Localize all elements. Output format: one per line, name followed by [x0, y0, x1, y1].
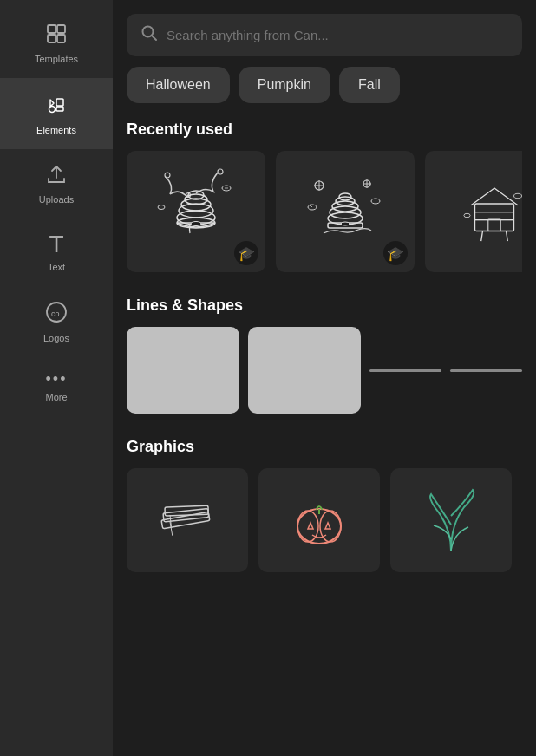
svg-rect-44 — [488, 219, 500, 231]
graphic-item-2[interactable] — [258, 468, 380, 572]
sidebar-label-more: More — [45, 392, 67, 402]
sidebar-label-logos: Logos — [43, 333, 69, 343]
graphics-title: Graphics — [127, 438, 522, 456]
shape-box-2[interactable] — [248, 327, 361, 414]
sidebar-label-elements: Elements — [36, 125, 76, 135]
svg-point-48 — [464, 213, 470, 218]
recent-item-3[interactable] — [425, 151, 522, 272]
content-scroll: Recently used — [113, 117, 536, 756]
svg-point-11 — [165, 173, 170, 178]
svg-line-32 — [310, 205, 312, 207]
graphic-item-1[interactable] — [127, 468, 248, 572]
uploads-icon — [45, 163, 68, 189]
svg-point-33 — [371, 199, 380, 204]
badge-1: 🎓 — [234, 241, 258, 265]
svg-point-24 — [191, 222, 201, 226]
svg-point-16 — [158, 205, 165, 210]
logos-icon: co. — [44, 300, 69, 328]
sidebar-item-more[interactable]: ••• More — [0, 357, 113, 416]
sidebar-item-templates[interactable]: Templates — [0, 9, 113, 78]
shape-line-2[interactable] — [450, 369, 522, 372]
sidebar-item-text[interactable]: T Text — [0, 218, 113, 286]
svg-marker-58 — [308, 523, 313, 529]
svg-text:co.: co. — [51, 310, 62, 318]
svg-line-45 — [481, 231, 483, 242]
badge-2: 🎓 — [383, 241, 408, 265]
lines-shapes-title: Lines & Shapes — [127, 297, 522, 315]
more-icon: ••• — [46, 371, 68, 387]
text-icon: T — [49, 232, 63, 257]
search-input[interactable] — [167, 28, 508, 42]
pill-halloween[interactable]: Halloween — [127, 67, 230, 103]
svg-rect-6 — [56, 107, 63, 111]
elements-icon — [44, 92, 69, 120]
graphics-row — [127, 468, 522, 572]
svg-point-5 — [49, 107, 56, 113]
category-pills: Halloween Pumpkin Fall — [113, 67, 536, 117]
recent-item-2[interactable]: 🎓 — [276, 151, 415, 272]
recently-used-row: 🎓 — [127, 151, 522, 272]
shape-line-1[interactable] — [369, 369, 441, 372]
svg-point-12 — [218, 169, 223, 174]
shapes-row — [127, 327, 522, 414]
svg-rect-4 — [56, 99, 63, 106]
recently-used-title: Recently used — [127, 121, 522, 139]
sidebar: Templates Elements Uploads T Text — [0, 0, 113, 756]
sidebar-item-elements[interactable]: Elements — [0, 78, 113, 149]
svg-point-40 — [341, 222, 350, 225]
sidebar-item-uploads[interactable]: Uploads — [0, 149, 113, 218]
templates-icon — [45, 23, 68, 49]
svg-line-46 — [507, 231, 508, 242]
search-bar — [127, 14, 522, 56]
hive-illustration-3 — [425, 151, 522, 272]
pill-fall[interactable]: Fall — [339, 67, 400, 103]
sidebar-label-text: Text — [48, 262, 65, 272]
svg-point-47 — [514, 193, 522, 198]
sidebar-item-logos[interactable]: co. Logos — [0, 286, 113, 357]
shape-box-1[interactable] — [127, 327, 239, 414]
svg-line-10 — [152, 36, 156, 40]
graphic-item-3[interactable] — [390, 468, 512, 572]
sidebar-label-templates: Templates — [35, 54, 78, 64]
svg-marker-59 — [325, 523, 330, 529]
pill-pumpkin[interactable]: Pumpkin — [239, 67, 330, 103]
svg-rect-2 — [48, 35, 56, 42]
svg-rect-0 — [48, 25, 56, 33]
svg-rect-1 — [57, 25, 65, 33]
sidebar-label-uploads: Uploads — [39, 194, 74, 205]
recent-item-1[interactable]: 🎓 — [127, 151, 265, 272]
svg-rect-3 — [57, 35, 65, 42]
svg-rect-42 — [475, 212, 514, 212]
main-content: Halloween Pumpkin Fall Recently used — [113, 0, 536, 756]
search-icon — [141, 24, 158, 46]
svg-rect-41 — [475, 204, 514, 231]
